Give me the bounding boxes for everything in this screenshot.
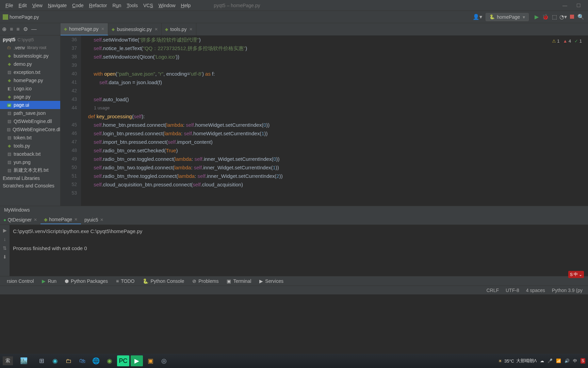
tray-volume-icon[interactable]: 🔊 [565,358,570,363]
tree-item[interactable]: ◆tools.py [0,142,60,150]
tree-item[interactable]: ▤新建文本文档.txt [0,166,60,174]
tree-item-venv[interactable]: 🗀.venvlibrary root [0,44,60,52]
settings-icon[interactable]: ⚙ [23,26,28,32]
menu-help[interactable]: Help [178,1,194,10]
ime-badge[interactable]: S 中 ⌄ [568,271,584,278]
tool-todo[interactable]: ≡TODO [112,278,138,284]
tray-mic-icon[interactable]: 🎤 [548,358,553,363]
tree-item[interactable]: ◆page.py [0,93,60,101]
collapse-all-icon[interactable]: ≡ [16,26,19,32]
menu-edit[interactable]: Edit [16,1,30,10]
taskbar-weather[interactable]: ☀ 35°C 大部晴朗 [498,358,534,364]
tab-tools[interactable]: ◆ tools.py ✕ [162,23,196,35]
tool-python-packages[interactable]: ⬢Python Packages [61,278,112,284]
scratches[interactable]: Scratches and Consoles [0,182,60,189]
taskbar-explorer[interactable]: 🗀 [63,355,75,366]
tool-python-console[interactable]: 🐍Python Console [138,278,188,284]
taskbar-chrome[interactable]: 🌐 [90,355,102,366]
close-icon[interactable]: ✕ [101,27,104,31]
search-button[interactable]: 🔍 [576,14,585,20]
line-gutter[interactable]: 363738394041424344 454647484950515253 [61,35,81,206]
tree-item[interactable]: ▤Qt5WebEngine.dll [0,117,60,125]
menu-navigate[interactable]: Navigate [45,1,69,10]
run-tab-pyuic5[interactable]: pyuic5✕ [81,216,107,224]
tree-item[interactable]: ◆homePage.py [0,76,60,85]
tree-item[interactable]: ▤token.txt [0,134,60,142]
status-interpreter[interactable]: Python 3.9 (py [552,288,583,293]
hide-icon[interactable]: ― [31,26,37,32]
tree-item[interactable]: ◆demo.py [0,60,60,68]
select-opened-icon[interactable]: ⊕ [2,26,6,32]
profile-button[interactable]: ◔▾ [559,14,568,20]
code-body-2[interactable]: def key_processing(self): self.home_btn.… [82,112,588,189]
tool-run[interactable]: ▶Run [38,278,61,284]
close-icon[interactable]: ✕ [100,217,103,222]
taskbar-app[interactable]: ▶ [131,355,143,366]
down-icon[interactable]: ⬇ [3,254,7,260]
tree-item[interactable]: ▤Qt5WebEngineCore.dll [0,125,60,134]
tray-ime-icon[interactable]: 中 [573,358,577,364]
run-tab-homepage[interactable]: ◆ homePage✕ [40,215,81,224]
breadcrumb-file[interactable]: homePage.py [10,14,39,20]
run-config-selector[interactable]: 🐍 homePage ▾ [486,13,529,21]
taskbar-360[interactable]: ◉ [103,355,116,366]
user-icon[interactable]: 👤▾ [473,14,482,20]
taskbar-cityscape[interactable]: 🏙️ [14,355,34,366]
status-crlf[interactable]: CRLF [486,288,499,293]
menu-vcs[interactable]: VCS [141,1,156,10]
tray-onedrive-icon[interactable]: ☁ [540,358,544,363]
rerun-icon[interactable]: ▶ [3,228,7,233]
up-icon[interactable]: ⇅ [3,245,7,251]
tree-item[interactable]: ▤exception.txt [0,68,60,76]
tray-sogou-icon[interactable]: S [581,358,585,364]
code-editor[interactable]: 1 4 1 self.setWindowTitle("拼多多场控软件诚招代理")… [81,35,588,206]
code-body[interactable]: self.setWindowTitle("拼多多场控软件诚招代理") self.… [82,35,588,104]
tree-item[interactable]: ◧Logo.ico [0,85,60,93]
tree-item[interactable]: ▤yun.png [0,158,60,166]
taskbar-sublime[interactable]: ▣ [144,355,157,366]
project-root[interactable]: pyqt5 C:\pyqt5 [0,35,60,44]
taskbar-taskview[interactable]: ⊞ [35,355,48,366]
inspection-widget[interactable]: 1 4 1 [552,37,582,45]
tool-problems[interactable]: ⊘Problems [188,278,223,284]
minimize-button[interactable]: ― [558,3,572,8]
status-indent[interactable]: 4 spaces [526,288,545,293]
debug-button[interactable]: 🐞 [541,14,550,20]
taskbar-search[interactable]: 索 [3,356,13,365]
tab-businesslogic[interactable]: ◆ businesslogic.py ✕ [108,23,162,35]
taskbar-edge[interactable]: ◉ [49,355,61,366]
tree-item[interactable]: ◆businesslogic.py [0,52,60,60]
close-icon[interactable]: ✕ [34,217,37,222]
error-count[interactable]: 4 [563,37,571,45]
ok-count[interactable]: 1 [574,37,582,45]
tool-terminal[interactable]: ▣Terminal [223,278,255,284]
expand-all-icon[interactable]: ≡ [10,26,13,32]
menu-code[interactable]: Code [69,1,86,10]
run-button[interactable]: ▶ [532,14,541,20]
tree-item[interactable]: ▤path_save.json [0,109,60,117]
tree-item-selected[interactable]: uipage.ui [0,101,60,109]
warning-count[interactable]: 1 [552,37,560,45]
close-icon[interactable]: ✕ [189,27,193,32]
tree-item[interactable]: ▤traceback.txt [0,150,60,158]
menu-window[interactable]: Window [156,1,178,10]
menu-tools[interactable]: Tools [124,1,141,10]
system-tray[interactable]: ᐱ ☁ 🎤 📶 🔊 中 S [534,358,585,364]
stop-icon[interactable]: ↓ [4,236,6,242]
editor-breadcrumb[interactable]: MyWindows [0,206,588,215]
menu-run[interactable]: Run [110,1,124,10]
menu-view[interactable]: View [30,1,45,10]
tray-wifi-icon[interactable]: 📶 [556,358,561,363]
close-icon[interactable]: ✕ [74,217,78,222]
project-tree[interactable]: pyqt5 C:\pyqt5 🗀.venvlibrary root ◆busin… [0,35,61,206]
menu-refactor[interactable]: Refactor [86,1,110,10]
run-tab-qtdesigner[interactable]: ● QtDesigner✕ [0,216,40,224]
status-encoding[interactable]: UTF-8 [506,288,519,293]
maximize-button[interactable]: ☐ [572,3,585,8]
coverage-button[interactable]: ⬚ [550,14,559,20]
menu-file[interactable]: File [3,1,16,10]
console-output[interactable]: C:\pyqt5\.venv\Scripts\python.exe C:\pyq… [10,225,588,276]
usage-hint[interactable]: 1 usage [82,104,588,112]
close-icon[interactable]: ✕ [154,27,158,32]
external-libraries[interactable]: External Libraries [0,174,60,182]
